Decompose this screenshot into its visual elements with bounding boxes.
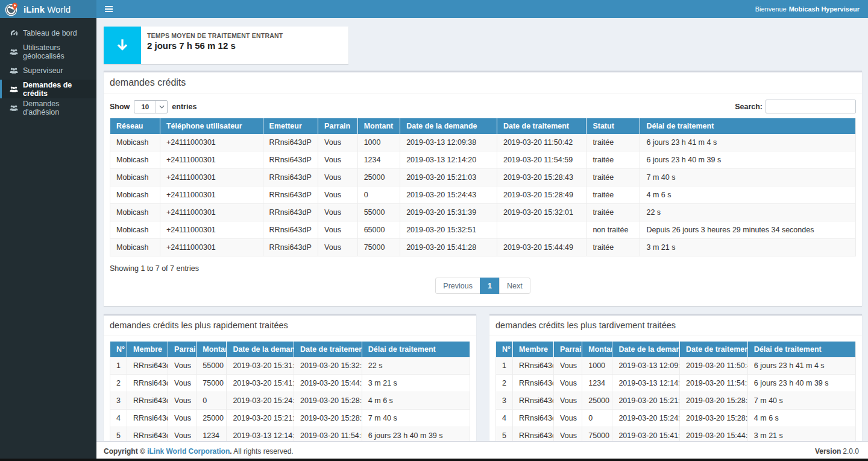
- welcome-message: BienvenueMobicash Hyperviseur: [755, 5, 860, 13]
- table-cell: 2019-03-20 15:31:39: [227, 357, 294, 375]
- table-cell: 4 m 6 s: [747, 410, 855, 427]
- dashboard-icon: [10, 30, 18, 36]
- table-header-row: N°MembreParrainMontantDate de la demande…: [496, 342, 856, 357]
- datatable-controls: Show 10 entries Search:: [110, 94, 856, 118]
- table-cell: 0: [197, 392, 227, 410]
- table-row: Mobicash+24111000301RRnsi643dPVous123420…: [110, 151, 856, 169]
- table-cell: Vous: [318, 186, 358, 204]
- column-header[interactable]: Délai de traitement: [640, 118, 856, 134]
- table-cell: Vous: [318, 204, 358, 221]
- sidebar-item-tableau-de-bord[interactable]: Tableau de bord: [0, 24, 96, 42]
- sidebar-item-label: Tableau de bord: [23, 29, 77, 37]
- table-cell: Mobicash: [110, 151, 160, 169]
- window-bottom-edge: [0, 459, 868, 461]
- table-cell: RRnsi643dP: [263, 134, 318, 151]
- table-row: 4RRnsi643dPVous02019-03-20 15:24:432019-…: [496, 410, 856, 427]
- table-header-row: N°MembreParrainMontantDate de la demande…: [110, 342, 470, 357]
- table-cell: 0: [582, 410, 612, 427]
- table-cell: 2019-03-20 15:28:49: [294, 392, 362, 410]
- table-cell: 2019-03-20 11:50:42: [680, 357, 748, 375]
- page-length-select[interactable]: 10: [134, 100, 168, 113]
- table-cell: 7 m 40 s: [362, 410, 470, 427]
- table-cell: 2019-03-20 15:21:03: [400, 169, 497, 186]
- table-row: 1RRnsi643dPVous550002019-03-20 15:31:392…: [110, 357, 470, 375]
- column-header[interactable]: Téléphone utilisateur: [160, 118, 263, 134]
- table-row: Mobicash+24111000301RRnsi643dPVous02019-…: [110, 186, 856, 204]
- table-cell: Mobicash: [110, 204, 160, 221]
- table-row: Mobicash+24111000301RRnsi643dPVous750002…: [110, 239, 856, 256]
- sidebar-item-utilisateurs-geolocalises[interactable]: Utilisateurs géolocalisés: [0, 42, 96, 61]
- column-header[interactable]: Date de la demande: [400, 118, 497, 134]
- table-cell: 2019-03-20 15:41:28: [227, 375, 294, 392]
- table-cell: +24111000301: [160, 239, 263, 256]
- table-cell: 2: [110, 375, 127, 392]
- table-cell: 2019-03-13 12:09:38: [400, 134, 497, 151]
- table-cell: Mobicash: [110, 186, 160, 204]
- column-header[interactable]: Statut: [587, 118, 640, 134]
- column-header[interactable]: Date de traitement: [497, 118, 586, 134]
- table-cell: 1234: [197, 427, 227, 442]
- table-cell: 22 s: [362, 357, 470, 375]
- pagination-next-button[interactable]: Next: [499, 278, 530, 294]
- table-cell: Mobicash: [110, 134, 160, 151]
- app-logo[interactable]: iLink World: [0, 0, 96, 18]
- search-input[interactable]: [766, 100, 856, 113]
- company-link[interactable]: iLink World Corporation: [147, 447, 230, 456]
- top-bar: iLink World BienvenueMobicash Hyperviseu…: [0, 0, 868, 18]
- table-row: 5RRnsi643dPVous750002019-03-20 15:41:282…: [496, 427, 856, 442]
- table-cell: RRnsi643dP: [513, 392, 554, 410]
- pagination-previous-button[interactable]: Previous: [435, 278, 480, 294]
- column-header: Délai de traitement: [747, 342, 855, 357]
- table-cell: +24111000301: [160, 134, 263, 151]
- table-cell: 7 m 40 s: [640, 169, 856, 186]
- table-cell: 2019-03-20 15:32:51: [400, 221, 497, 239]
- column-header: Membre: [513, 342, 554, 357]
- column-header[interactable]: Montant: [357, 118, 400, 134]
- table-cell: RRnsi643dP: [263, 239, 318, 256]
- sidebar-item-demandes-de-credits[interactable]: Demandes de crédits: [0, 80, 96, 98]
- table-row: 3RRnsi643dPVous02019-03-20 15:24:432019-…: [110, 392, 470, 410]
- column-header: Date de traitement: [294, 342, 362, 357]
- pagination-page-1-button[interactable]: 1: [480, 278, 500, 294]
- table-row: Mobicash+24111000301RRnsi643dPVous550002…: [110, 204, 856, 221]
- table-row: 1RRnsi643dPVous10002019-03-13 12:09:3820…: [496, 357, 856, 375]
- globe-pin-logo-icon: [5, 2, 19, 16]
- table-cell: traitée: [587, 239, 640, 256]
- table-cell: 2019-03-20 11:54:59: [294, 427, 362, 442]
- sidebar-toggle-icon[interactable]: [105, 6, 113, 12]
- table-cell: 1: [496, 357, 513, 375]
- table-cell: 2019-03-20 15:21:03: [612, 392, 680, 410]
- sidebar-item-demandes-adhesion[interactable]: Demandes d'adhésion: [0, 98, 96, 117]
- table-cell: 2019-03-20 15:24:43: [400, 186, 497, 204]
- table-cell: RRnsi643dP: [127, 357, 168, 375]
- panel-title: demandes crédits: [104, 72, 862, 94]
- table-cell: 4 m 6 s: [640, 186, 856, 204]
- table-cell: 25000: [582, 392, 612, 410]
- table-cell: non traitée: [587, 221, 640, 239]
- table-cell: 2019-03-13 12:09:38: [612, 357, 680, 375]
- column-header: Parrain: [168, 342, 197, 357]
- credits-table: RéseauTéléphone utilisateurEmetteurParra…: [110, 118, 856, 256]
- sidebar-item-label: Demandes d'adhésion: [23, 100, 96, 116]
- table-cell: RRnsi643dP: [513, 375, 554, 392]
- table-cell: 2019-03-20 15:44:49: [497, 239, 586, 256]
- pagination: Previous 1 Next: [110, 274, 856, 300]
- column-header[interactable]: Parrain: [318, 118, 358, 134]
- table-cell: RRnsi643dP: [263, 186, 318, 204]
- table-cell: Vous: [554, 375, 582, 392]
- table-cell: 1000: [582, 357, 612, 375]
- table-cell: +24111000301: [160, 151, 263, 169]
- sidebar-item-superviseur[interactable]: Superviseur: [0, 61, 96, 80]
- sidebar-item-label: Superviseur: [23, 66, 63, 75]
- copyright-text: Copyright © iLink World Corporation. All…: [104, 447, 294, 456]
- table-cell: 2019-03-20 15:24:43: [227, 392, 294, 410]
- column-header[interactable]: Réseau: [110, 118, 160, 134]
- table-info: Showing 1 to 7 of 7 entries: [110, 256, 856, 274]
- column-header[interactable]: Emetteur: [263, 118, 318, 134]
- table-cell: 2019-03-20 15:28:43: [497, 169, 586, 186]
- table-cell: 4 m 6 s: [362, 392, 470, 410]
- table-cell: Vous: [168, 375, 197, 392]
- table-cell: traitée: [587, 134, 640, 151]
- table-cell: 22 s: [640, 204, 856, 221]
- table-row: 2RRnsi643dPVous750002019-03-20 15:41:282…: [110, 375, 470, 392]
